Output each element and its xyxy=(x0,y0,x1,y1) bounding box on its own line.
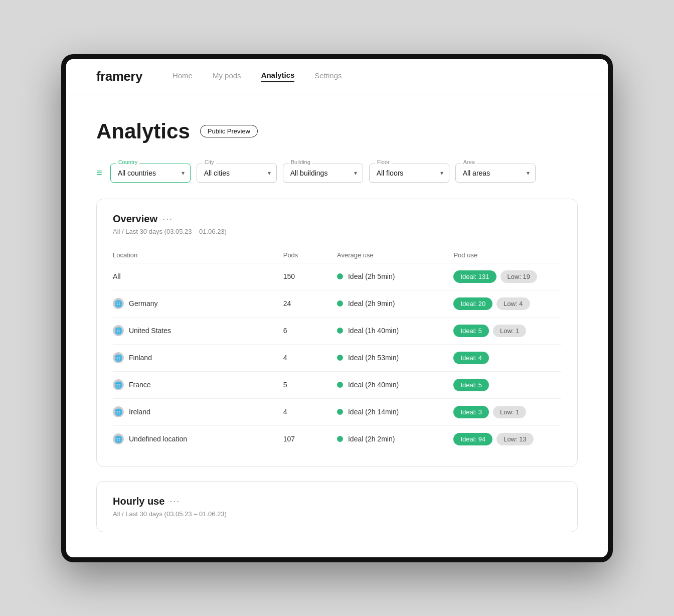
table-row[interactable]: 🌐Finland4Ideal (2h 53min)Ideal: 4 xyxy=(113,344,561,371)
globe-icon: 🌐 xyxy=(113,298,124,309)
nav-mypods[interactable]: My pods xyxy=(213,71,241,82)
hourly-menu-button[interactable]: ··· xyxy=(170,496,180,507)
average-use: Ideal (2h 14min) xyxy=(337,398,453,425)
page-header: Analytics Public Preview xyxy=(96,119,578,143)
overview-card: Overview ··· All / Last 30 days (03.05.2… xyxy=(96,199,578,467)
location-name: Finland xyxy=(129,354,152,362)
location-name: Germany xyxy=(129,299,158,307)
ideal-badge: Ideal: 5 xyxy=(453,325,489,337)
pod-use: Ideal: 5Low: 1 xyxy=(453,317,561,344)
ideal-dot xyxy=(337,328,343,334)
location-cell: 🌐Finland xyxy=(113,352,283,363)
pods-count: 107 xyxy=(283,425,337,452)
hourly-subtitle: All / Last 30 days (03.05.23 – 01.06.23) xyxy=(113,510,561,518)
col-header-pods: Pods xyxy=(283,247,337,263)
ideal-dot xyxy=(337,409,343,415)
average-use: Ideal (2h 9min) xyxy=(337,290,453,317)
overview-table: Location Pods Average use Pod use All150… xyxy=(113,247,561,452)
location-cell: 🌐Germany xyxy=(113,298,283,309)
ideal-badge: Ideal: 4 xyxy=(453,352,489,364)
country-filter[interactable]: Country All countries xyxy=(110,164,191,183)
floor-filter[interactable]: Floor All floors xyxy=(369,164,449,183)
avg-use-text: Ideal (2h 14min) xyxy=(348,408,399,416)
ideal-dot xyxy=(337,300,343,306)
nav-settings[interactable]: Settings xyxy=(314,71,342,82)
table-row[interactable]: 🌐Undefined location107Ideal (2h 2min)Ide… xyxy=(113,425,561,452)
globe-icon: 🌐 xyxy=(113,406,124,417)
building-filter[interactable]: Building All buildings xyxy=(283,164,363,183)
avg-use-text: Ideal (2h 9min) xyxy=(348,299,395,307)
floor-select[interactable]: All floors xyxy=(369,164,449,183)
city-select[interactable]: All cities xyxy=(197,164,277,183)
pod-use: Ideal: 131Low: 19 xyxy=(453,263,561,290)
location-name: United States xyxy=(129,327,171,335)
public-preview-badge: Public Preview xyxy=(200,125,258,137)
average-use: Ideal (2h 5min) xyxy=(337,263,453,290)
average-use: Ideal (2h 40min) xyxy=(337,371,453,398)
col-header-location: Location xyxy=(113,247,283,263)
pods-count: 4 xyxy=(283,398,337,425)
low-badge: Low: 19 xyxy=(500,270,538,283)
floor-label: Floor xyxy=(375,159,392,165)
pod-use: Ideal: 20Low: 4 xyxy=(453,290,561,317)
average-use: Ideal (2h 2min) xyxy=(337,425,453,452)
col-header-avguse: Average use xyxy=(337,247,453,263)
globe-icon: 🌐 xyxy=(113,352,124,363)
ideal-dot xyxy=(337,273,343,279)
screen: framery Home My pods Analytics Settings … xyxy=(66,59,608,557)
ideal-badge: Ideal: 5 xyxy=(453,379,489,391)
table-row[interactable]: 🌐France5Ideal (2h 40min)Ideal: 5 xyxy=(113,371,561,398)
low-badge: Low: 13 xyxy=(496,433,534,445)
hourly-card-header: Hourly use ··· xyxy=(113,496,561,507)
overview-menu-button[interactable]: ··· xyxy=(162,214,173,224)
globe-icon: 🌐 xyxy=(113,379,124,390)
avg-use-text: Ideal (2h 40min) xyxy=(348,381,399,389)
average-use: Ideal (1h 40min) xyxy=(337,317,453,344)
location-cell: 🌐United States xyxy=(113,325,283,336)
location-name: Ireland xyxy=(129,408,150,416)
table-row[interactable]: 🌐United States6Ideal (1h 40min)Ideal: 5L… xyxy=(113,317,561,344)
nav-links: Home My pods Analytics Settings xyxy=(173,71,342,82)
area-label: Area xyxy=(461,159,477,165)
nav-analytics[interactable]: Analytics xyxy=(261,71,295,82)
page-title: Analytics xyxy=(96,119,190,143)
location-all: All xyxy=(113,263,283,290)
overview-title: Overview xyxy=(113,213,157,225)
pods-count: 4 xyxy=(283,344,337,371)
pods-count: 5 xyxy=(283,371,337,398)
globe-icon: 🌐 xyxy=(113,433,124,444)
pods-count: 24 xyxy=(283,290,337,317)
table-row[interactable]: All150Ideal (2h 5min)Ideal: 131Low: 19 xyxy=(113,263,561,290)
overview-subtitle: All / Last 30 days (03.05.23 – 01.06.23) xyxy=(113,228,561,235)
ideal-dot xyxy=(337,355,343,361)
ideal-badge: Ideal: 3 xyxy=(453,406,489,418)
pods-count: 6 xyxy=(283,317,337,344)
table-row[interactable]: 🌐Ireland4Ideal (2h 14min)Ideal: 3Low: 1 xyxy=(113,398,561,425)
col-header-poduse: Pod use xyxy=(453,247,561,263)
table-row[interactable]: 🌐Germany24Ideal (2h 9min)Ideal: 20Low: 4 xyxy=(113,290,561,317)
area-filter[interactable]: Area All areas xyxy=(455,164,536,183)
city-filter[interactable]: City All cities xyxy=(197,164,277,183)
location-cell: 🌐Undefined location xyxy=(113,433,283,444)
navigation: framery Home My pods Analytics Settings xyxy=(66,59,608,94)
country-select[interactable]: All countries xyxy=(110,164,191,183)
low-badge: Low: 1 xyxy=(493,406,526,418)
building-select[interactable]: All buildings xyxy=(283,164,363,183)
location-cell: 🌐France xyxy=(113,379,283,390)
nav-home[interactable]: Home xyxy=(173,71,193,82)
building-label: Building xyxy=(289,159,312,165)
area-select[interactable]: All areas xyxy=(455,164,536,183)
avg-use-text: Ideal (2h 53min) xyxy=(348,354,399,362)
globe-icon: 🌐 xyxy=(113,325,124,336)
hourly-card: Hourly use ··· All / Last 30 days (03.05… xyxy=(96,481,578,532)
avg-use-text: Ideal (2h 5min) xyxy=(348,272,395,280)
overview-card-header: Overview ··· xyxy=(113,213,561,225)
hourly-title: Hourly use xyxy=(113,496,164,507)
ideal-dot xyxy=(337,436,343,442)
avg-use-text: Ideal (2h 2min) xyxy=(348,435,395,443)
average-use: Ideal (2h 53min) xyxy=(337,344,453,371)
avg-use-text: Ideal (1h 40min) xyxy=(348,327,399,335)
pod-use: Ideal: 94Low: 13 xyxy=(453,425,561,452)
pod-use: Ideal: 3Low: 1 xyxy=(453,398,561,425)
main-content: Analytics Public Preview ≡ Country All c… xyxy=(66,94,608,557)
